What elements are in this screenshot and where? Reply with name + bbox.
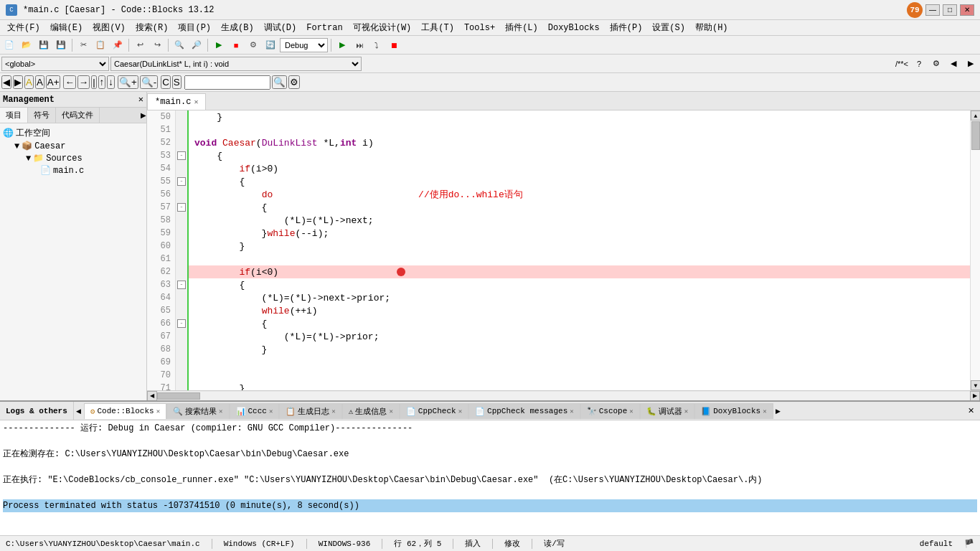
bt-close5[interactable]: ✕ [389, 408, 392, 415]
fold-66[interactable]: - [176, 317, 187, 330]
menu-build[interactable]: 生成(B) [217, 20, 258, 35]
bottom-panel-close[interactable]: ✕ [964, 405, 977, 418]
fold-63[interactable]: - [176, 278, 187, 291]
hscroll-right-btn[interactable]: ▶ [970, 391, 980, 401]
bottom-tab-codeblocks[interactable]: ⚙ Code::Blocks ✕ [84, 403, 166, 419]
menu-debug[interactable]: 调试(D) [260, 20, 301, 35]
menu-view[interactable]: 视图(V) [88, 20, 130, 35]
hscroll-thumb[interactable] [157, 392, 200, 400]
toolbar3-btn11[interactable]: 🔍+ [118, 75, 138, 89]
hscroll-left-btn[interactable]: ◀ [147, 391, 157, 401]
debug-stop-button[interactable]: ⏹ [386, 37, 402, 53]
menu-search[interactable]: 搜索(R) [131, 20, 173, 35]
toolbar3-btn13[interactable]: C [161, 75, 171, 89]
menu-help[interactable]: 帮助(H) [691, 20, 732, 35]
mgmt-menu-btn[interactable]: ▶ [141, 108, 146, 123]
scroll-down-btn[interactable]: ▼ [971, 380, 980, 390]
menu-plugins[interactable]: 插件(L) [501, 20, 542, 35]
toolbar3-btn6[interactable]: ← [63, 75, 75, 89]
tab-project[interactable]: 项目 [0, 108, 28, 123]
toolbar3-btn3[interactable]: A [24, 75, 34, 89]
menu-toolsplus[interactable]: Tools+ [460, 22, 499, 34]
saveall-button[interactable]: 💾 [53, 37, 69, 53]
toolbar3-btn1[interactable]: ◀ [1, 75, 11, 89]
toolbar3-btn12[interactable]: 🔍- [140, 75, 158, 89]
menu-file[interactable]: 文件(F) [3, 20, 44, 35]
bottom-tab-debugger[interactable]: 🐛 调试器 ✕ [640, 403, 694, 419]
scope-btn1[interactable]: /**< [894, 56, 910, 72]
horizontal-scrollbar[interactable]: ◀ ▶ [147, 390, 980, 400]
toolbar3-btn14[interactable]: S [172, 75, 182, 89]
toolbar3-btn5[interactable]: A+ [46, 75, 61, 89]
bottom-tab-cppcheck-msg[interactable]: 📄 CppCheck messages ✕ [468, 403, 580, 419]
menu-settings[interactable]: 设置(S) [648, 20, 689, 35]
menu-vis[interactable]: 可视化设计(W) [349, 20, 416, 35]
tabs-scroll-left[interactable]: ◀ [74, 403, 84, 419]
scroll-up-btn[interactable]: ▲ [971, 110, 980, 121]
new-button[interactable]: 📄 [1, 37, 17, 53]
scroll-thumb[interactable] [971, 121, 980, 150]
fold-57[interactable]: - [176, 201, 187, 214]
bt-close7[interactable]: ✕ [570, 408, 573, 415]
scroll-track[interactable] [971, 121, 980, 380]
bottom-tab-buildinfo[interactable]: ⚠ 生成信息 ✕ [342, 403, 400, 419]
config-select[interactable]: DebugRelease [280, 38, 328, 52]
fold-55[interactable]: - [176, 175, 187, 188]
bt-close6[interactable]: ✕ [458, 408, 462, 415]
fold-53[interactable]: - [176, 149, 187, 162]
find-go-btn[interactable]: 🔍 [272, 75, 287, 89]
bottom-tab-cccc[interactable]: 📊 Cccc ✕ [230, 403, 280, 419]
tab-codefile[interactable]: 代码文件 [56, 108, 100, 123]
build-button[interactable]: ⚙ [245, 37, 261, 53]
maximize-button[interactable]: □ [943, 4, 957, 16]
menu-tools[interactable]: 工具(T) [417, 20, 458, 35]
menu-plugins2[interactable]: 插件(P) [606, 20, 647, 35]
debug-run-button[interactable]: ▶ [334, 37, 350, 53]
workspace-item[interactable]: 🌐 工作空间 [3, 126, 143, 140]
bt-close8[interactable]: ✕ [629, 408, 633, 415]
menu-project[interactable]: 项目(P) [174, 20, 215, 35]
redo-button[interactable]: ↪ [149, 37, 165, 53]
tab-symbol[interactable]: 符号 [28, 108, 56, 123]
scope-function-select[interactable]: Caesar(DuLinkList* L, int i) : void [110, 57, 362, 71]
stop-button[interactable]: ■ [228, 37, 244, 53]
cut-button[interactable]: ✂ [75, 37, 91, 53]
menu-fortran[interactable]: Fortran [302, 22, 347, 34]
bt-close10[interactable]: ✕ [763, 408, 766, 415]
close-button[interactable]: ✕ [960, 4, 974, 16]
sources-item[interactable]: ▼ 📁 Sources [3, 152, 143, 164]
find-go2-btn[interactable]: ⚙ [288, 75, 300, 89]
save-button[interactable]: 💾 [36, 37, 52, 53]
undo-button[interactable]: ↩ [132, 37, 148, 53]
scope-btn3[interactable]: ⚙ [928, 56, 944, 72]
scope-btn4[interactable]: ◀ [946, 56, 961, 72]
scope-btn5[interactable]: ▶ [963, 56, 979, 72]
find-input[interactable] [184, 75, 270, 90]
code-content[interactable]: } void Caesar(DuLinkList *L,int i) { if(… [189, 110, 970, 390]
bottom-tab-cscope[interactable]: 🔭 Cscope ✕ [580, 403, 640, 419]
open-button[interactable]: 📂 [19, 37, 34, 53]
minimize-button[interactable]: — [925, 4, 940, 16]
copy-button[interactable]: 📋 [93, 37, 108, 53]
hscroll-track[interactable] [157, 392, 970, 400]
paste-button[interactable]: 📌 [110, 37, 126, 53]
code-container[interactable]: 50 51 52 53 54 55 56 57 58 59 60 61 62 6… [147, 110, 980, 390]
toolbar3-btn8[interactable]: | [91, 75, 96, 89]
tab-close-icon[interactable]: ✕ [194, 98, 198, 106]
bottom-tab-doxyblocks[interactable]: 📘 DoxyBlocks ✕ [694, 403, 773, 419]
toolbar3-btn9[interactable]: ↑ [98, 75, 106, 89]
bt-close1[interactable]: ✕ [156, 408, 160, 415]
bt-close2[interactable]: ✕ [219, 408, 222, 415]
scope-btn2[interactable]: ? [911, 56, 927, 72]
right-scrollbar[interactable]: ▲ ▼ [970, 110, 980, 390]
run-button[interactable]: ▶ [211, 37, 227, 53]
scope-global-select[interactable]: <global> [1, 57, 109, 71]
project-item[interactable]: ▼ 📦 Caesar [3, 140, 143, 152]
find-button[interactable]: 🔍 [171, 37, 187, 53]
toolbar3-btn4[interactable]: A [35, 75, 44, 89]
toolbar3-btn10[interactable]: ↓ [107, 75, 115, 89]
menu-doxyblocks[interactable]: DoxyBlocks [544, 22, 604, 34]
debug-next-button[interactable]: ⏭ [352, 37, 367, 53]
menu-edit[interactable]: 编辑(E) [46, 20, 88, 35]
mainc-item[interactable]: 📄 main.c [3, 164, 143, 176]
